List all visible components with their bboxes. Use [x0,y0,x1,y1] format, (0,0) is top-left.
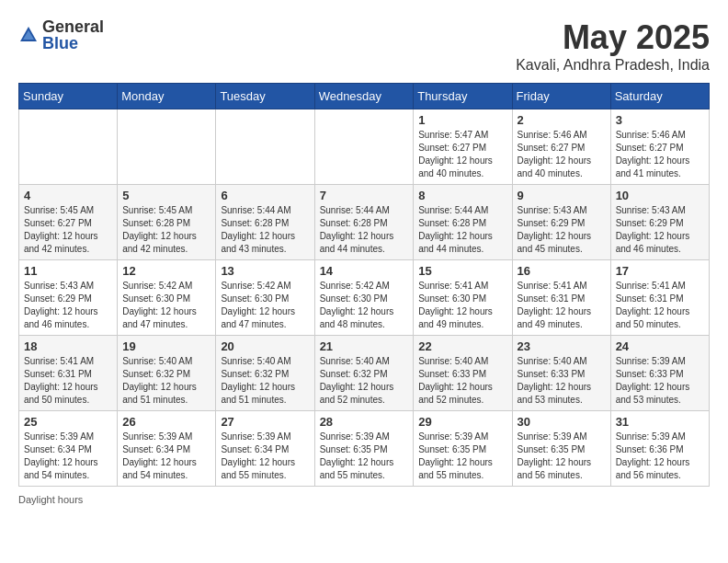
day-number: 7 [320,189,409,202]
weekday-header: Monday [118,84,216,109]
daylight-hours-label: Daylight hours [18,494,83,505]
calendar-day-cell: 8Sunrise: 5:44 AMSunset: 6:28 PMDaylight… [414,185,512,260]
calendar-table: SundayMondayTuesdayWednesdayThursdayFrid… [18,83,710,487]
day-info: Sunrise: 5:41 AMSunset: 6:30 PMDaylight:… [418,280,506,331]
day-number: 3 [616,113,704,127]
calendar-day-cell: 7Sunrise: 5:44 AMSunset: 6:28 PMDaylight… [314,185,414,260]
calendar-day-cell: 24Sunrise: 5:39 AMSunset: 6:33 PMDayligh… [610,336,709,411]
day-info: Sunrise: 5:39 AMSunset: 6:34 PMDaylight:… [221,431,309,482]
calendar-day-cell: 25Sunrise: 5:39 AMSunset: 6:34 PMDayligh… [19,411,118,487]
calendar-day-cell [314,109,414,185]
day-number: 2 [518,113,606,127]
day-number: 22 [418,339,506,353]
logo: General Blue [18,18,104,52]
day-info: Sunrise: 5:41 AMSunset: 6:31 PMDaylight:… [24,355,112,407]
day-number: 24 [616,339,704,353]
day-info: Sunrise: 5:41 AMSunset: 6:31 PMDaylight:… [616,280,704,331]
day-info: Sunrise: 5:40 AMSunset: 6:32 PMDaylight:… [221,355,309,407]
day-info: Sunrise: 5:44 AMSunset: 6:28 PMDaylight:… [221,204,309,256]
logo-general: General [42,18,104,35]
day-number: 6 [221,189,309,202]
day-number: 13 [221,264,309,278]
calendar-day-cell: 16Sunrise: 5:41 AMSunset: 6:31 PMDayligh… [512,260,610,336]
day-info: Sunrise: 5:39 AMSunset: 6:34 PMDaylight:… [24,431,112,482]
calendar-day-cell: 26Sunrise: 5:39 AMSunset: 6:34 PMDayligh… [118,411,216,487]
calendar-day-cell: 13Sunrise: 5:42 AMSunset: 6:30 PMDayligh… [216,260,314,336]
day-info: Sunrise: 5:39 AMSunset: 6:34 PMDaylight:… [122,431,210,482]
calendar-day-cell: 12Sunrise: 5:42 AMSunset: 6:30 PMDayligh… [118,260,216,336]
day-number: 1 [418,113,506,127]
calendar-day-cell [216,109,314,185]
calendar-day-cell: 27Sunrise: 5:39 AMSunset: 6:34 PMDayligh… [216,411,314,487]
day-number: 20 [221,339,309,353]
calendar-day-cell: 21Sunrise: 5:40 AMSunset: 6:32 PMDayligh… [314,336,414,411]
day-number: 10 [616,189,704,202]
calendar-day-cell: 9Sunrise: 5:43 AMSunset: 6:29 PMDaylight… [512,185,610,260]
day-info: Sunrise: 5:40 AMSunset: 6:32 PMDaylight:… [122,355,210,407]
day-number: 16 [518,264,606,278]
day-info: Sunrise: 5:42 AMSunset: 6:30 PMDaylight:… [221,280,309,331]
calendar-day-cell [19,109,118,185]
calendar-day-cell: 29Sunrise: 5:39 AMSunset: 6:35 PMDayligh… [414,411,512,487]
day-number: 12 [122,264,210,278]
calendar-week-row: 11Sunrise: 5:43 AMSunset: 6:29 PMDayligh… [19,260,710,336]
day-info: Sunrise: 5:39 AMSunset: 6:35 PMDaylight:… [418,431,506,482]
day-number: 21 [320,339,409,353]
calendar-day-cell: 22Sunrise: 5:40 AMSunset: 6:33 PMDayligh… [414,336,512,411]
calendar-day-cell: 18Sunrise: 5:41 AMSunset: 6:31 PMDayligh… [19,336,118,411]
day-info: Sunrise: 5:42 AMSunset: 6:30 PMDaylight:… [122,280,210,331]
month-title: May 2025 [516,18,710,57]
day-info: Sunrise: 5:45 AMSunset: 6:28 PMDaylight:… [122,204,210,256]
calendar-day-cell: 2Sunrise: 5:46 AMSunset: 6:27 PMDaylight… [512,109,610,185]
day-info: Sunrise: 5:47 AMSunset: 6:27 PMDaylight:… [418,129,506,180]
calendar-day-cell [118,109,216,185]
weekday-header: Saturday [610,84,709,109]
day-info: Sunrise: 5:40 AMSunset: 6:33 PMDaylight:… [518,355,606,407]
day-number: 15 [418,264,506,278]
day-number: 23 [518,339,606,353]
calendar-day-cell: 23Sunrise: 5:40 AMSunset: 6:33 PMDayligh… [512,336,610,411]
day-info: Sunrise: 5:41 AMSunset: 6:31 PMDaylight:… [518,280,606,331]
calendar-week-row: 18Sunrise: 5:41 AMSunset: 6:31 PMDayligh… [19,336,710,411]
day-info: Sunrise: 5:43 AMSunset: 6:29 PMDaylight:… [616,204,704,256]
calendar-day-cell: 11Sunrise: 5:43 AMSunset: 6:29 PMDayligh… [19,260,118,336]
logo-icon [18,25,39,45]
weekday-header: Sunday [19,84,118,109]
day-info: Sunrise: 5:44 AMSunset: 6:28 PMDaylight:… [418,204,506,256]
day-info: Sunrise: 5:39 AMSunset: 6:35 PMDaylight:… [320,431,409,482]
calendar-day-cell: 19Sunrise: 5:40 AMSunset: 6:32 PMDayligh… [118,336,216,411]
weekday-header: Thursday [414,84,512,109]
calendar-day-cell: 10Sunrise: 5:43 AMSunset: 6:29 PMDayligh… [610,185,709,260]
day-number: 26 [122,415,210,429]
calendar-header-row: SundayMondayTuesdayWednesdayThursdayFrid… [19,84,710,109]
footer: Daylight hours [18,494,710,505]
calendar-week-row: 4Sunrise: 5:45 AMSunset: 6:27 PMDaylight… [19,185,710,260]
calendar-day-cell: 1Sunrise: 5:47 AMSunset: 6:27 PMDaylight… [414,109,512,185]
calendar-day-cell: 30Sunrise: 5:39 AMSunset: 6:35 PMDayligh… [512,411,610,487]
logo-text: General Blue [42,18,104,52]
day-number: 8 [418,189,506,202]
day-info: Sunrise: 5:40 AMSunset: 6:33 PMDaylight:… [418,355,506,407]
day-info: Sunrise: 5:39 AMSunset: 6:33 PMDaylight:… [616,355,704,407]
calendar-week-row: 25Sunrise: 5:39 AMSunset: 6:34 PMDayligh… [19,411,710,487]
day-number: 29 [418,415,506,429]
calendar-day-cell: 20Sunrise: 5:40 AMSunset: 6:32 PMDayligh… [216,336,314,411]
day-info: Sunrise: 5:42 AMSunset: 6:30 PMDaylight:… [320,280,409,331]
day-info: Sunrise: 5:40 AMSunset: 6:32 PMDaylight:… [320,355,409,407]
day-number: 25 [24,415,112,429]
day-number: 4 [24,189,112,202]
day-info: Sunrise: 5:45 AMSunset: 6:27 PMDaylight:… [24,204,112,256]
calendar-day-cell: 6Sunrise: 5:44 AMSunset: 6:28 PMDaylight… [216,185,314,260]
day-number: 31 [616,415,704,429]
day-info: Sunrise: 5:39 AMSunset: 6:36 PMDaylight:… [616,431,704,482]
calendar-day-cell: 15Sunrise: 5:41 AMSunset: 6:30 PMDayligh… [414,260,512,336]
day-number: 9 [518,189,606,202]
day-number: 18 [24,339,112,353]
day-number: 5 [122,189,210,202]
day-info: Sunrise: 5:44 AMSunset: 6:28 PMDaylight:… [320,204,409,256]
weekday-header: Friday [512,84,610,109]
day-info: Sunrise: 5:39 AMSunset: 6:35 PMDaylight:… [518,431,606,482]
calendar-day-cell: 14Sunrise: 5:42 AMSunset: 6:30 PMDayligh… [314,260,414,336]
weekday-header: Tuesday [216,84,314,109]
calendar-day-cell: 17Sunrise: 5:41 AMSunset: 6:31 PMDayligh… [610,260,709,336]
